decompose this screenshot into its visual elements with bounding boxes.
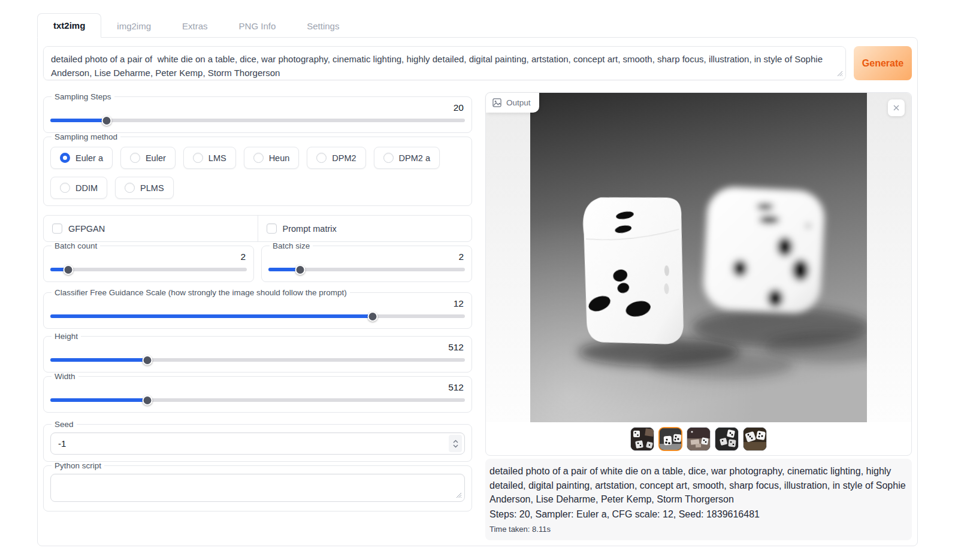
gfpgan-checkbox[interactable]: GFPGAN: [44, 216, 258, 241]
radio-label: LMS: [208, 153, 226, 163]
thumbnail-5[interactable]: [743, 427, 767, 451]
sampling-steps-group: Sampling Steps 20: [43, 92, 472, 133]
batch-count-group: Batch count 2: [43, 241, 254, 282]
height-group: Height 512: [43, 332, 472, 373]
checkbox-icon[interactable]: [52, 223, 62, 234]
thumbnail-strip: [486, 422, 911, 455]
settings-column: Sampling Steps 20 Sampling method Euler …: [43, 92, 472, 511]
checkbox-icon[interactable]: [267, 223, 277, 234]
height-slider[interactable]: [50, 355, 465, 365]
radio-dpm2-a[interactable]: DPM2 a: [374, 147, 440, 169]
slider-fill: [50, 358, 147, 362]
image-preview-area: [486, 93, 911, 422]
close-button[interactable]: [888, 99, 905, 116]
sampling-steps-value: 20: [50, 102, 465, 115]
slider-track[interactable]: [50, 268, 247, 271]
number-stepper[interactable]: [449, 435, 462, 452]
cfg-scale-slider[interactable]: [50, 311, 465, 322]
radio-label: DPM2 a: [399, 153, 430, 163]
radio-icon: [193, 153, 203, 163]
radio-icon: [316, 153, 327, 163]
radio-label: Euler: [146, 153, 166, 163]
sampling-method-options: Euler a Euler LMS Heun DPM2 DPM2 a DDIM …: [50, 147, 465, 199]
slider-handle[interactable]: [367, 311, 377, 322]
batch-size-label: Batch size: [270, 241, 313, 250]
radio-ddim[interactable]: DDIM: [50, 177, 107, 199]
slider-handle[interactable]: [295, 265, 306, 275]
slider-fill: [50, 398, 147, 402]
radio-label: DDIM: [75, 183, 98, 193]
cfg-scale-value: 12: [50, 298, 465, 311]
radio-euler[interactable]: Euler: [120, 147, 176, 169]
radio-icon: [60, 153, 70, 163]
seed-input[interactable]: [51, 433, 449, 454]
sampling-method-group: Sampling method Euler a Euler LMS Heun D…: [43, 132, 472, 206]
sd-webui-app: txt2img img2img Extras PNG Info Settings…: [37, 13, 918, 546]
python-script-label: Python script: [52, 461, 104, 470]
python-script-input[interactable]: [50, 474, 465, 502]
width-group: Width 512: [43, 372, 472, 413]
tab-png-info[interactable]: PNG Info: [223, 14, 292, 38]
width-label: Width: [52, 372, 78, 381]
sampling-method-label: Sampling method: [52, 132, 120, 141]
thumbnail-2[interactable]: [658, 427, 682, 451]
sampling-steps-slider[interactable]: [50, 115, 465, 126]
radio-plms[interactable]: PLMS: [115, 177, 174, 199]
slider-fill: [50, 119, 107, 122]
cfg-scale-group: Classifier Free Guidance Scale (how stro…: [43, 288, 472, 329]
prompt-matrix-label: Prompt matrix: [283, 224, 337, 234]
image-icon: [492, 98, 501, 107]
sampling-steps-label: Sampling Steps: [52, 92, 114, 101]
tab-txt2img[interactable]: txt2img: [37, 13, 101, 38]
batch-size-value: 2: [268, 252, 465, 264]
radio-heun[interactable]: Heun: [244, 147, 300, 169]
radio-icon: [383, 153, 394, 163]
python-script-group: Python script: [43, 461, 472, 511]
thumbnail-4[interactable]: [715, 427, 739, 451]
tab-settings[interactable]: Settings: [291, 14, 355, 38]
slider-handle[interactable]: [142, 395, 152, 405]
tab-bar: txt2img img2img Extras PNG Info Settings: [37, 13, 918, 38]
slider-handle[interactable]: [142, 355, 152, 365]
tab-extras[interactable]: Extras: [167, 14, 223, 38]
batch-count-slider[interactable]: [50, 264, 247, 275]
result-caption: detailed photo of a pair of white die on…: [485, 459, 912, 540]
chevron-up-icon: [453, 440, 458, 443]
prompt-matrix-checkbox[interactable]: Prompt matrix: [258, 216, 472, 241]
output-label-text: Output: [506, 98, 531, 107]
radio-label: Euler a: [75, 153, 103, 163]
radio-icon: [60, 183, 70, 193]
height-label: Height: [52, 332, 81, 341]
output-panel-label: Output: [486, 93, 539, 113]
slider-fill: [50, 314, 373, 318]
batch-size-group: Batch size 2: [261, 241, 472, 282]
radio-icon: [253, 153, 264, 163]
radio-icon: [130, 153, 140, 163]
thumbnail-1[interactable]: [630, 427, 654, 451]
gfpgan-label: GFPGAN: [68, 224, 105, 234]
generated-image[interactable]: [530, 93, 867, 422]
height-value: 512: [50, 342, 465, 355]
prompt-row: detailed photo of a pair of white die on…: [43, 46, 912, 83]
prompt-input[interactable]: detailed photo of a pair of white die on…: [43, 46, 846, 80]
output-column: Output: [485, 92, 912, 540]
tab-img2img[interactable]: img2img: [101, 14, 167, 38]
slider-handle[interactable]: [102, 116, 112, 126]
txt2img-panel: detailed photo of a pair of white die on…: [37, 37, 918, 546]
batch-count-label: Batch count: [52, 241, 100, 250]
caption-time-taken: Time taken: 8.11s: [489, 525, 908, 534]
slider-track[interactable]: [50, 119, 465, 122]
thumbnail-3[interactable]: [687, 427, 711, 451]
width-slider[interactable]: [50, 395, 465, 405]
generate-button[interactable]: Generate: [854, 46, 912, 80]
width-value: 512: [50, 382, 465, 395]
radio-dpm2[interactable]: DPM2: [307, 147, 365, 169]
radio-euler-a[interactable]: Euler a: [50, 147, 113, 169]
slider-handle[interactable]: [63, 265, 73, 275]
radio-lms[interactable]: LMS: [183, 147, 236, 169]
radio-icon: [125, 183, 135, 193]
close-icon: [893, 104, 900, 111]
batch-size-slider[interactable]: [268, 264, 465, 275]
chevron-down-icon: [453, 444, 458, 448]
radio-label: DPM2: [332, 153, 356, 163]
